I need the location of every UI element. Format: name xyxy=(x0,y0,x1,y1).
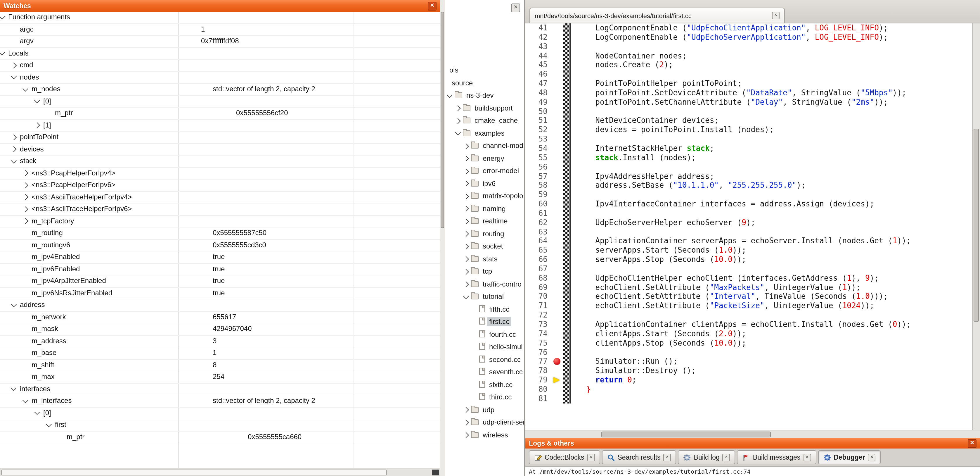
expand-arrow-icon[interactable] xyxy=(463,206,469,212)
collapse-arrow-icon[interactable] xyxy=(11,158,17,163)
watch-row[interactable]: cmd xyxy=(0,60,440,72)
tab-close-icon[interactable]: × xyxy=(803,454,811,461)
code-line[interactable]: 51 NetDeviceContainer devices; xyxy=(525,116,972,125)
line-number[interactable]: 42 xyxy=(525,33,552,42)
watch-row[interactable]: m_max254 xyxy=(0,371,440,383)
tree-item-udp-client-ser[interactable]: udp-client-ser xyxy=(445,416,524,429)
scrollbar-thumb[interactable] xyxy=(974,129,979,322)
close-icon[interactable]: ✕ xyxy=(968,439,977,448)
collapse-arrow-icon[interactable] xyxy=(0,14,5,19)
line-number[interactable]: 64 xyxy=(525,236,552,246)
marker-margin[interactable] xyxy=(552,172,563,181)
marker-margin[interactable] xyxy=(552,236,563,246)
tree-item-examples[interactable]: examples xyxy=(445,127,524,140)
code-line[interactable]: 60 Ipv4InterfaceContainer interfaces = a… xyxy=(525,200,972,209)
collapse-arrow-icon[interactable] xyxy=(34,409,40,415)
close-icon[interactable]: ✕ xyxy=(511,3,520,12)
marker-margin[interactable] xyxy=(552,255,563,264)
code-line[interactable]: 61 xyxy=(525,209,972,218)
code-line[interactable]: 44 NodeContainer nodes; xyxy=(525,51,972,61)
expand-arrow-icon[interactable] xyxy=(463,420,469,426)
watch-row[interactable]: argv0x7fffffffdf08 xyxy=(0,36,440,48)
line-number[interactable]: 51 xyxy=(525,116,552,125)
marker-margin[interactable] xyxy=(552,116,563,125)
watch-row[interactable]: Function arguments xyxy=(0,12,440,24)
tree-item-hello-simul[interactable]: hello-simul xyxy=(445,341,524,353)
code-line[interactable]: 56 xyxy=(525,162,972,172)
tree-item-energy[interactable]: energy xyxy=(445,152,524,165)
watch-row[interactable]: m_routing0x555555587c50 xyxy=(0,227,440,240)
code-line[interactable]: 58 address.SetBase ("10.1.1.0", "255.255… xyxy=(525,181,972,190)
line-number[interactable]: 41 xyxy=(525,23,552,33)
line-number[interactable]: 71 xyxy=(525,302,552,311)
marker-margin[interactable] xyxy=(552,97,563,107)
editor-tab-first-cc[interactable]: mnt/dev/tools/source/ns-3-dev/examples/t… xyxy=(530,8,785,23)
code-line[interactable]: 42 LogComponentEnable ("UdpEchoServerApp… xyxy=(525,33,972,42)
watches-vertical-scrollbar[interactable] xyxy=(440,0,445,476)
line-number[interactable]: 60 xyxy=(525,200,552,209)
expand-arrow-icon[interactable] xyxy=(463,407,469,413)
line-number[interactable]: 53 xyxy=(525,134,552,144)
collapse-arrow-icon[interactable] xyxy=(463,293,469,299)
code-line[interactable]: 62 UdpEchoServerHelper echoServer (9); xyxy=(525,218,972,227)
line-number[interactable]: 75 xyxy=(525,338,552,348)
marker-margin[interactable] xyxy=(552,394,563,404)
marker-margin[interactable] xyxy=(552,246,563,255)
marker-margin[interactable] xyxy=(552,209,563,218)
code-editor[interactable]: 41 LogComponentEnable ("UdpEchoClientApp… xyxy=(525,23,980,430)
expand-arrow-icon[interactable] xyxy=(11,134,17,141)
marker-margin[interactable] xyxy=(552,385,563,394)
marker-margin[interactable] xyxy=(552,274,563,283)
code-line[interactable]: 53 xyxy=(525,134,972,144)
editor-horizontal-scrollbar[interactable] xyxy=(525,430,980,438)
line-number[interactable]: 49 xyxy=(525,97,552,107)
collapse-arrow-icon[interactable] xyxy=(11,73,17,80)
tree-item-third-cc[interactable]: third.cc xyxy=(445,391,524,404)
scrollbar-thumb[interactable] xyxy=(1,469,387,475)
watch-row[interactable]: pointToPoint xyxy=(0,132,440,144)
marker-margin[interactable] xyxy=(552,88,563,97)
tree-item-realtime[interactable]: realtime xyxy=(445,215,524,228)
watch-row[interactable]: m_address3 xyxy=(0,335,440,347)
editor-vertical-scrollbar[interactable] xyxy=(972,23,980,430)
marker-margin[interactable] xyxy=(552,348,563,357)
line-number[interactable]: 68 xyxy=(525,274,552,283)
expand-arrow-icon[interactable] xyxy=(455,105,461,112)
editor-tab-bar[interactable]: mnt/dev/tools/source/ns-3-dev/examples/t… xyxy=(525,0,980,23)
expand-arrow-icon[interactable] xyxy=(463,143,469,149)
code-line[interactable]: 80} xyxy=(525,385,972,394)
marker-margin[interactable] xyxy=(552,310,563,320)
line-number[interactable]: 55 xyxy=(525,153,552,163)
tree-item-fourth-cc[interactable]: fourth.cc xyxy=(445,328,524,341)
tree-item-routing[interactable]: routing xyxy=(445,228,524,240)
watch-row[interactable]: address xyxy=(0,299,440,311)
watch-row[interactable]: m_tcpFactory xyxy=(0,216,440,227)
collapse-arrow-icon[interactable] xyxy=(22,86,28,91)
watch-row[interactable]: interfaces xyxy=(0,383,440,395)
line-number[interactable]: 47 xyxy=(525,79,552,88)
code-line[interactable]: 59 xyxy=(525,190,972,200)
line-number[interactable]: 72 xyxy=(525,310,552,320)
line-number[interactable]: 81 xyxy=(525,394,552,404)
tree-item-tutorial[interactable]: tutorial xyxy=(445,291,524,303)
marker-margin[interactable] xyxy=(552,134,563,144)
scrollbar-thumb[interactable] xyxy=(601,431,771,437)
watch-row[interactable]: Locals xyxy=(0,48,440,60)
logs-tab-debugger[interactable]: Debugger× xyxy=(818,450,881,464)
tree-item-matrix-topolo[interactable]: matrix-topolo xyxy=(445,190,524,203)
logs-tab-code-blocks[interactable]: Code::Blocks× xyxy=(529,450,600,464)
line-number[interactable]: 66 xyxy=(525,255,552,264)
tree-item-ols[interactable]: ols xyxy=(445,64,524,77)
tree-item-traffic-contro[interactable]: traffic-contro xyxy=(445,278,524,291)
line-number[interactable]: 80 xyxy=(525,385,552,394)
code-line[interactable]: 72 xyxy=(525,310,972,320)
expand-arrow-icon[interactable] xyxy=(463,433,469,438)
marker-margin[interactable] xyxy=(552,51,563,61)
expand-arrow-icon[interactable] xyxy=(463,256,469,262)
collapse-arrow-icon[interactable] xyxy=(0,50,5,56)
collapse-arrow-icon[interactable] xyxy=(34,97,40,104)
line-number[interactable]: 79 xyxy=(525,375,552,385)
expand-arrow-icon[interactable] xyxy=(22,171,28,176)
tab-close-icon[interactable]: × xyxy=(868,454,876,461)
collapse-arrow-icon[interactable] xyxy=(447,92,453,98)
